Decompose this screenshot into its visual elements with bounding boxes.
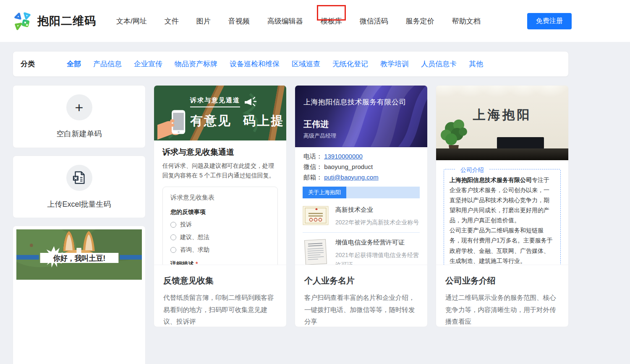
nav-av[interactable]: 音视频 [228, 16, 250, 26]
phone-label: 电话： [303, 153, 322, 160]
excel-icon [71, 170, 87, 186]
banner-text-block: 诉求与意见通道 有意见 码上提 [190, 96, 285, 130]
grid-column-1: + 空白新建单码 上传Excel批量生码 [13, 85, 146, 364]
brand[interactable]: 抱阳二维码 [13, 11, 96, 31]
hightech-cert-icon [303, 206, 329, 225]
company-card-footer: 公司业务介绍 通过二维码展示业务的服务范围、核心竞争力等，内容清晰生动，用于对外… [436, 265, 568, 327]
radio-label: 咨询、求助 [180, 246, 209, 254]
category-product-info[interactable]: 产品信息 [93, 59, 122, 69]
intro-legend: 公司介绍 [456, 165, 489, 175]
radio-icon [170, 222, 176, 228]
blank-create-label: 空白新建单码 [57, 129, 102, 139]
feedback-card-footer: 反馈意见收集 代替纸质留言簿，印制二维码到顾客容易看到的地方，扫码即可收集意见建… [154, 265, 286, 327]
cert2-title: 增值电信业务经营许可证 [335, 239, 420, 247]
free-register-button[interactable]: 免费注册 [527, 13, 572, 29]
nav-wechat-code[interactable]: 微信活码 [360, 16, 388, 26]
nav-file[interactable]: 文件 [165, 16, 179, 26]
cert2-desc: 2021年起获得增值电信业务经营许可证 [335, 250, 420, 265]
contact-wechat-row: 微信： baoyung_product [303, 163, 419, 171]
company-template-card[interactable]: 上海抱阳 公司介绍 上海抱阳信息技术服务有限公司专注于 [436, 85, 569, 327]
excel-batch-label: 上传Excel批量生码 [47, 199, 111, 209]
category-personnel-card[interactable]: 人员信息卡 [421, 59, 457, 69]
certificate-info: 高新技术企业 2022年被评为高新技术企业称号 [335, 206, 420, 227]
cert1-desc: 2022年被评为高新技术企业称号 [335, 218, 420, 227]
reception-monitor [497, 137, 544, 149]
about-tab-bar: 关于上海抱阳 [303, 187, 420, 198]
main-nav: 文本/网址 文件 图片 音视频 高级编辑器 模板库 微信活码 服务定价 帮助文档 [116, 16, 481, 26]
radio-option: 建议、想法 [170, 234, 270, 241]
intro-text: 专注于企业客户技术服务，公司创办以来，一直坚持以产品和技术为核心竞争力，期望和用… [450, 177, 549, 224]
plus-circle: + [66, 94, 92, 120]
template-grid: + 空白新建单码 上传Excel批量生码 [13, 85, 569, 364]
nav-template-library[interactable]: 模板库 [321, 16, 342, 26]
category-other[interactable]: 其他 [469, 59, 483, 69]
feedback-card-desc: 代替纸质留言簿，印制二维码到顾客容易看到的地方，扫码即可收集意见建议、投诉评 [163, 292, 277, 327]
company-intro-box: 公司介绍 上海抱阳信息技术服务有限公司专注于企业客户技术服务，公司创办以来，一直… [444, 169, 561, 265]
form-q1-label: 您的反馈事项 [170, 208, 270, 216]
company-preview: 上海抱阳 公司介绍 上海抱阳信息技术服务有限公司专注于 [436, 86, 568, 265]
email-link: puti@baoyung.com [324, 174, 378, 181]
qr-logo-icon [13, 11, 32, 31]
radio-icon [170, 247, 176, 253]
category-area-patrol[interactable]: 区域巡查 [292, 59, 320, 69]
nav-text-url[interactable]: 文本/网址 [116, 16, 147, 26]
bizcard-card-footer: 个人业务名片 客户扫码查看丰富的名片和企业介绍，一键拨打电话、加微信等等，随时转… [295, 265, 427, 327]
email-label: 邮箱： [303, 174, 322, 181]
radio-option: 投诉 [170, 221, 270, 229]
radio-label: 投诉 [180, 221, 192, 229]
contact-email-row: 邮箱： puti@baoyung.com [303, 174, 419, 182]
required-asterisk: * [196, 260, 198, 265]
bizcard-card-desc: 客户扫码查看丰富的名片和企业介绍，一键拨打电话、加微信等等，随时转发分享 [304, 292, 418, 327]
bizcard-template-card[interactable]: 上海抱阳信息技术服务有限公司 王伟进 高级产品经理 电话： 1391000000… [295, 85, 428, 327]
nav-image[interactable]: 图片 [196, 16, 211, 26]
company-card-title: 公司业务介绍 [445, 275, 559, 286]
bizcard-company: 上海抱阳信息技术服务有限公司 [303, 97, 419, 107]
pet-template-card[interactable]: 你好，我叫土豆! [13, 226, 146, 364]
feedback-page-desc: 任何诉求、问题及建议都可在此提交，处理回复内容将在 5 个工作日内通过短信回复。 [162, 161, 278, 180]
feedback-preview: 诉求与意见通道 有意见 码上提 诉求与意见收集通道 任何诉求、问题及建议都可在此… [154, 86, 286, 265]
feedback-page-title: 诉求与意见收集通道 [162, 147, 278, 158]
bizcard-card-title: 个人业务名片 [304, 275, 418, 286]
detail-label: 详细描述 [170, 260, 194, 265]
phone-link: 13910000000 [324, 153, 363, 160]
certificate-list: 高新技术企业 2022年被评为高新技术企业称号 [295, 198, 427, 265]
office-photo: 上海抱阳 [436, 86, 568, 160]
bizcard-header-image: 上海抱阳信息技术服务有限公司 王伟进 高级产品经理 [295, 86, 427, 147]
feedback-form: 诉求意见收集表 您的反馈事项 投诉 建议、想法 咨询、求助 [162, 187, 278, 265]
brand-title: 抱阳二维码 [37, 13, 96, 29]
excel-batch-card[interactable]: 上传Excel批量生码 [13, 156, 146, 218]
category-training[interactable]: 教学培训 [380, 59, 409, 69]
blank-create-card[interactable]: + 空白新建单码 [13, 85, 146, 148]
category-asset-tag[interactable]: 物品资产标牌 [175, 59, 217, 69]
cert1-title: 高新技术企业 [335, 206, 420, 214]
category-paperless[interactable]: 无纸化登记 [332, 59, 368, 69]
nav-help-docs[interactable]: 帮助文档 [452, 16, 481, 26]
nav-pricing[interactable]: 服务定价 [406, 16, 434, 26]
banner-tagline: 诉求与意见通道 [190, 96, 240, 107]
category-label: 分类 [21, 59, 35, 69]
wechat-label: 微信： [303, 163, 322, 170]
license-cert-icon [303, 239, 329, 265]
radio-icon [170, 234, 176, 240]
feedback-page-body: 诉求与意见收集通道 任何诉求、问题及建议都可在此提交，处理回复内容将在 5 个工… [154, 140, 286, 265]
category-company-promo[interactable]: 企业宣传 [134, 59, 162, 69]
form-title: 诉求意见收集表 [170, 194, 270, 202]
nav-editor[interactable]: 高级编辑器 [267, 16, 303, 26]
bizcard-contacts: 电话： 13910000000 微信： baoyung_product 邮箱： … [295, 147, 427, 183]
pet-caption: 你好，我叫土豆! [53, 254, 105, 263]
company-card-desc: 通过二维码展示业务的服务范围、核心竞争力等，内容清晰生动，用于对外传播查看应 [445, 292, 559, 327]
feedback-template-card[interactable]: 诉求与意见通道 有意见 码上提 诉求与意见收集通道 任何诉求、问题及建议都可在此… [154, 85, 287, 327]
category-inspection[interactable]: 设备巡检和维保 [230, 59, 280, 69]
certificate-info: 增值电信业务经营许可证 2021年起获得增值电信业务经营许可证 [335, 239, 420, 265]
bizcard-preview: 上海抱阳信息技术服务有限公司 王伟进 高级产品经理 电话： 1391000000… [295, 86, 427, 265]
reception-desk [436, 148, 568, 160]
radio-label: 建议、想法 [180, 234, 209, 241]
certificate-row: 增值电信业务经营许可证 2021年起获得增值电信业务经营许可证 [303, 232, 420, 265]
bizcard-person-role: 高级产品经理 [303, 132, 419, 140]
radio-option: 咨询、求助 [170, 246, 270, 254]
bizcard-person-name: 王伟进 [303, 119, 419, 130]
excel-circle [66, 165, 92, 191]
about-tab: 关于上海抱阳 [303, 187, 346, 198]
category-all[interactable]: 全部 [67, 59, 81, 69]
intro-paragraph-2: 公司主要产品为二维码服务和短链服务，现有付费用户1万多名。主要服务于政府学校、金… [450, 225, 555, 265]
